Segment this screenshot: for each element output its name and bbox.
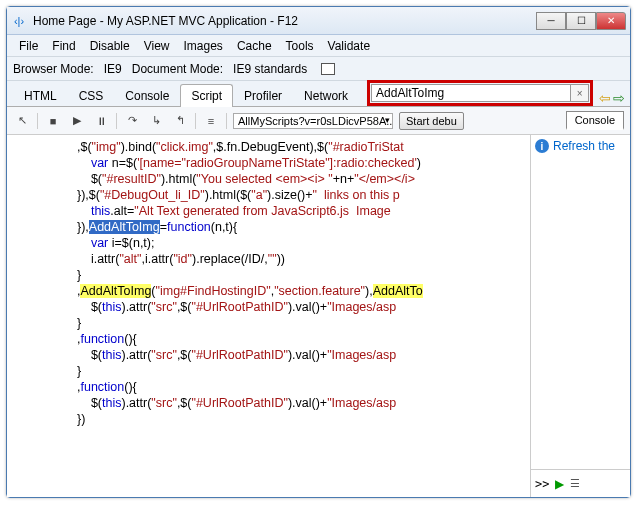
menu-file[interactable]: File [13, 37, 44, 55]
run-script-icon[interactable]: ▶ [555, 477, 564, 491]
menu-view[interactable]: View [138, 37, 176, 55]
multiline-icon[interactable]: ☰ [570, 477, 580, 490]
format-icon[interactable]: ≡ [202, 112, 220, 130]
code-line: $(this).attr("src",$("#UrlRootPathID").v… [77, 299, 530, 315]
code-line: $(this).attr("src",$("#UrlRootPathID").v… [77, 347, 530, 363]
search-prev-icon[interactable]: ⇦ [599, 90, 611, 106]
code-line: ,function(){ [77, 331, 530, 347]
highlight-selected: AddAltToImg [89, 220, 160, 234]
select-element-icon[interactable]: ↖ [13, 112, 31, 130]
tab-console[interactable]: Console [114, 84, 180, 107]
menu-validate[interactable]: Validate [322, 37, 376, 55]
step-out-icon[interactable]: ↰ [171, 112, 189, 130]
mode-extra-icon[interactable] [321, 63, 335, 75]
code-line: $("#resultID").html("You selected <em><i… [77, 171, 530, 187]
stop-icon[interactable]: ■ [44, 112, 62, 130]
code-line: } [77, 267, 530, 283]
start-debugging-button[interactable]: Start debu [399, 112, 464, 130]
menu-find[interactable]: Find [46, 37, 81, 55]
tab-html[interactable]: HTML [13, 84, 68, 107]
search-input[interactable] [371, 84, 571, 102]
tab-profiler[interactable]: Profiler [233, 84, 293, 107]
refresh-message: i Refresh the [531, 135, 630, 469]
code-line: i.attr("alt",i.attr("id").replace(/ID/,"… [77, 251, 530, 267]
refresh-text: Refresh the [553, 139, 615, 153]
separator [226, 113, 227, 129]
tab-css[interactable]: CSS [68, 84, 115, 107]
minimize-button[interactable]: ─ [536, 12, 566, 30]
content-area: ,$("img").bind("click.img",$.fn.DebugEve… [7, 135, 630, 497]
document-mode-value[interactable]: IE9 standards [233, 62, 307, 76]
highlight-match: AddAltToImg [80, 284, 151, 298]
separator [195, 113, 196, 129]
search-next-icon[interactable]: ⇨ [613, 90, 625, 106]
tab-script[interactable]: Script [180, 84, 233, 107]
code-line: }) [77, 411, 530, 427]
menu-images[interactable]: Images [178, 37, 229, 55]
code-line: this.alt="Alt Text generated from JavaSc… [77, 203, 530, 219]
browser-mode-value[interactable]: IE9 [104, 62, 122, 76]
menu-tools[interactable]: Tools [280, 37, 320, 55]
console-panel: i Refresh the >> ▶ ☰ [530, 135, 630, 497]
code-line: var i=$(n,t); [77, 235, 530, 251]
close-button[interactable]: ✕ [596, 12, 626, 30]
code-line: } [77, 363, 530, 379]
code-editor[interactable]: ,$("img").bind("click.img",$.fn.DebugEve… [7, 135, 530, 497]
separator [37, 113, 38, 129]
code-line: var n=$('[name="radioGroupNameTriState"]… [77, 155, 530, 171]
step-into-icon[interactable]: ↳ [147, 112, 165, 130]
menubar: File Find Disable View Images Cache Tool… [7, 35, 630, 57]
console-input-bar: >> ▶ ☰ [531, 469, 630, 497]
tabbar: HTML CSS Console Script Profiler Network… [7, 81, 630, 107]
script-toolbar: ↖ ■ ▶ ⏸ ↷ ↳ ↰ ≡ AllMyScripts?v=r0sLDicvP… [7, 107, 630, 135]
code-line: ,$("img").bind("click.img",$.fn.DebugEve… [77, 139, 530, 155]
play-icon[interactable]: ▶ [68, 112, 86, 130]
info-icon: i [535, 139, 549, 153]
separator [116, 113, 117, 129]
menu-cache[interactable]: Cache [231, 37, 278, 55]
menu-disable[interactable]: Disable [84, 37, 136, 55]
highlight-match: AddAltTo [373, 284, 423, 298]
code-line: ,function(){ [77, 379, 530, 395]
app-icon: ‹|› [11, 13, 27, 29]
window-title: Home Page - My ASP.NET MVC Application -… [33, 14, 536, 28]
browser-mode-label: Browser Mode: [13, 62, 94, 76]
pause-icon[interactable]: ⏸ [92, 112, 110, 130]
tab-network[interactable]: Network [293, 84, 359, 107]
console-prompt[interactable]: >> [535, 477, 549, 491]
search-nav: ⇦ ⇨ [599, 90, 625, 106]
search-box-highlight: × [367, 80, 593, 106]
maximize-button[interactable]: ☐ [566, 12, 596, 30]
modebar: Browser Mode: IE9 Document Mode: IE9 sta… [7, 57, 630, 81]
window-frame: ‹|› Home Page - My ASP.NET MVC Applicati… [6, 6, 631, 498]
search-clear-button[interactable]: × [571, 84, 589, 102]
code-line: $(this).attr("src",$("#UrlRootPathID").v… [77, 395, 530, 411]
document-mode-label: Document Mode: [132, 62, 223, 76]
console-panel-tab[interactable]: Console [566, 111, 624, 130]
window-controls: ─ ☐ ✕ [536, 12, 626, 30]
code-line: } [77, 315, 530, 331]
script-selector[interactable]: AllMyScripts?v=r0sLDicvP58A... [233, 113, 393, 129]
code-line: }),$("#DebugOut_li_ID").html($("a").size… [77, 187, 530, 203]
step-over-icon[interactable]: ↷ [123, 112, 141, 130]
titlebar[interactable]: ‹|› Home Page - My ASP.NET MVC Applicati… [7, 7, 630, 35]
code-line: }),AddAltToImg=function(n,t){ [77, 219, 530, 235]
code-line: ,AddAltToImg("img#FindHostingID","sectio… [77, 283, 530, 299]
